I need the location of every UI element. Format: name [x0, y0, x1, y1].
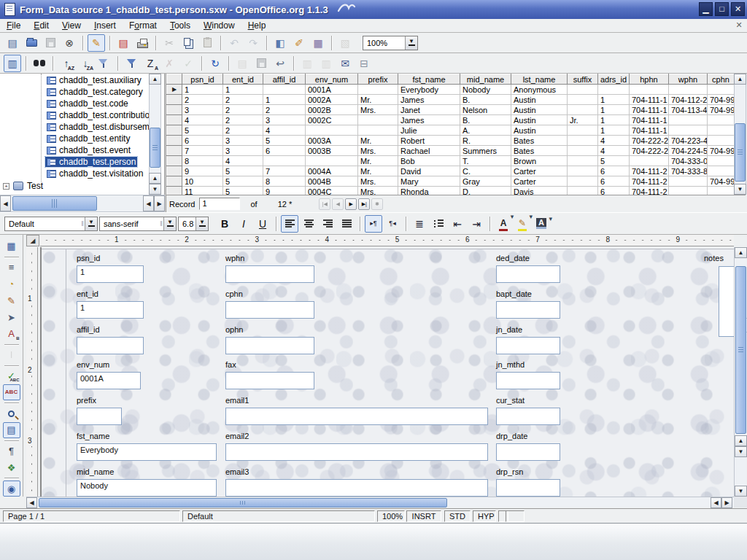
scroll-up-icon[interactable]: ▲ [734, 74, 746, 85]
grid-cell[interactable] [568, 105, 598, 115]
paragraph-style-combo[interactable]: Default ‖ ▼ [4, 217, 98, 231]
print-file-icon[interactable] [133, 34, 151, 52]
grid-cell[interactable] [568, 136, 598, 146]
field-input-prefix[interactable] [77, 408, 122, 425]
grid-cell[interactable]: Bates [511, 146, 568, 156]
right-to-left-icon[interactable]: ¶◂ [384, 215, 401, 233]
maximize-button[interactable]: □ [715, 2, 729, 16]
explorer-onoff-icon[interactable]: ▥ [4, 55, 21, 72]
field-input-jn_mthd[interactable] [496, 372, 560, 389]
grid-cell[interactable] [669, 85, 708, 95]
grid-cell[interactable] [568, 166, 598, 176]
table-row[interactable]: 11590004CMrs.RhondaD.Davis6704-111-2 [167, 187, 735, 195]
grid-cell[interactable] [708, 85, 735, 95]
standard-filter-icon[interactable] [123, 55, 140, 72]
field-input-drp_date[interactable] [496, 443, 560, 461]
grid-cell[interactable]: 4 [182, 115, 223, 125]
grid-cell[interactable]: 11 [182, 187, 223, 195]
mail-merge-icon[interactable]: ✉ [336, 55, 354, 72]
grid-cell[interactable]: Summers [460, 146, 511, 156]
grid-cell[interactable]: Austin [511, 125, 568, 136]
grid-corner-cell[interactable] [167, 74, 182, 85]
scroll-up-icon[interactable]: ▲ [149, 173, 161, 184]
selection-mode-indicator[interactable]: STD [444, 510, 471, 522]
graphics-onoff-icon[interactable]: ❖ [3, 459, 20, 475]
nonprinting-chars-icon[interactable]: ¶ [3, 443, 20, 459]
grid-cell[interactable]: 2 [223, 95, 263, 105]
grid-cell[interactable]: 6 [598, 176, 630, 187]
form-functions-icon[interactable]: ➤ [3, 309, 20, 325]
grid-vscroll-thumb[interactable] [735, 123, 746, 182]
grid-column-header[interactable]: prefix [358, 74, 398, 85]
tree-item[interactable]: chaddb_test.entity [0, 133, 149, 144]
grid-cell[interactable]: Anonymous [511, 85, 568, 95]
draw-functions-icon[interactable]: ✎ [3, 292, 20, 308]
page-indicator[interactable]: Page 1 / 1 [3, 510, 180, 522]
document-vscroll-thumb[interactable] [735, 266, 746, 434]
grid-cell[interactable]: 0004A [306, 166, 358, 176]
menu-help[interactable]: Help [241, 20, 273, 31]
grid-cell[interactable]: Nobody [460, 85, 511, 95]
grid-cell[interactable]: Rachael [398, 146, 460, 156]
document-hscroll-thumb[interactable] [39, 498, 447, 508]
grid-cell[interactable]: Jr. [568, 115, 598, 125]
grid-cell[interactable]: Mrs. [358, 187, 398, 195]
menu-insert[interactable]: Insert [88, 20, 123, 31]
gallery-icon[interactable]: ▦ [309, 34, 327, 52]
grid-cell[interactable]: 704-111-2 [630, 187, 669, 195]
grid-cell[interactable]: 4 [263, 125, 306, 136]
field-input-mid_name[interactable]: Nobody [77, 479, 217, 497]
grid-cell[interactable]: 8 [182, 156, 223, 166]
grid-cell[interactable]: 0001A [306, 85, 358, 95]
scroll-down-icon[interactable]: ▼ [734, 184, 746, 195]
grid-cell[interactable]: 704-222-2 [630, 136, 669, 146]
row-header[interactable] [167, 125, 182, 136]
field-input-wphn[interactable] [225, 265, 314, 283]
grid-cell[interactable]: 704-222-2 [630, 146, 669, 156]
field-input-ded_date[interactable] [496, 265, 560, 283]
grid-cell[interactable]: 0002A [306, 95, 358, 105]
close-button[interactable]: ✕ [731, 2, 745, 16]
grid-cell[interactable]: 4 [223, 156, 263, 166]
scroll-left-icon[interactable]: ◀ [26, 497, 37, 508]
grid-column-header[interactable]: wphn [669, 74, 708, 85]
grid-cell[interactable] [669, 187, 708, 195]
decrease-indent-icon[interactable]: ⇤ [449, 215, 466, 233]
field-input-email1[interactable] [225, 408, 488, 425]
grid-cell[interactable]: 0003A [306, 136, 358, 146]
grid-cell[interactable]: Julie [398, 125, 460, 136]
grid-cell[interactable]: 10 [182, 176, 223, 187]
last-record-icon[interactable]: ▶| [358, 198, 370, 210]
grid-cell[interactable]: 704-99 [708, 105, 735, 115]
spellcheck-icon[interactable]: ✓ABC [3, 368, 20, 384]
scroll-right-icon[interactable]: ▶ [721, 497, 732, 508]
grid-cell[interactable]: 4 [598, 136, 630, 146]
field-input-jn_date[interactable] [496, 337, 560, 354]
field-input-cphn[interactable] [225, 301, 314, 319]
tree-item[interactable]: chaddb_test.visitation [0, 168, 149, 179]
row-header[interactable] [167, 115, 182, 125]
refresh-data-icon[interactable]: ↻ [206, 55, 224, 72]
current-database-icon[interactable]: ⊟ [355, 55, 373, 72]
next-record-icon[interactable]: ▶ [345, 198, 357, 210]
grid-cell[interactable]: 704-113-4 [669, 105, 708, 115]
grid-cell[interactable]: Robert [398, 136, 460, 146]
grid-cell[interactable]: R. [460, 136, 511, 146]
grid-cell[interactable]: Mary [398, 176, 460, 187]
grid-cell[interactable] [358, 125, 398, 136]
grid-cell[interactable]: Austin [511, 115, 568, 125]
find-record-icon[interactable] [31, 55, 48, 72]
grid-cell[interactable]: Mrs. [358, 176, 398, 187]
grid-cell[interactable]: 704-99 [708, 176, 735, 187]
grid-cell[interactable]: Bob [398, 156, 460, 166]
grid-column-header[interactable]: adrs_id [598, 74, 630, 85]
grid-cell[interactable]: 2 [182, 95, 223, 105]
grid-cell[interactable]: 3 [182, 105, 223, 115]
grid-cell[interactable]: 5 [223, 176, 263, 187]
numbered-list-icon[interactable]: ≣ [411, 215, 428, 233]
justify-icon[interactable] [338, 215, 355, 233]
grid-cell[interactable]: Rhonda [398, 187, 460, 195]
bold-icon[interactable]: B [216, 215, 233, 233]
grid-cell[interactable] [669, 176, 708, 187]
grid-column-header[interactable]: ent_id [223, 74, 263, 85]
